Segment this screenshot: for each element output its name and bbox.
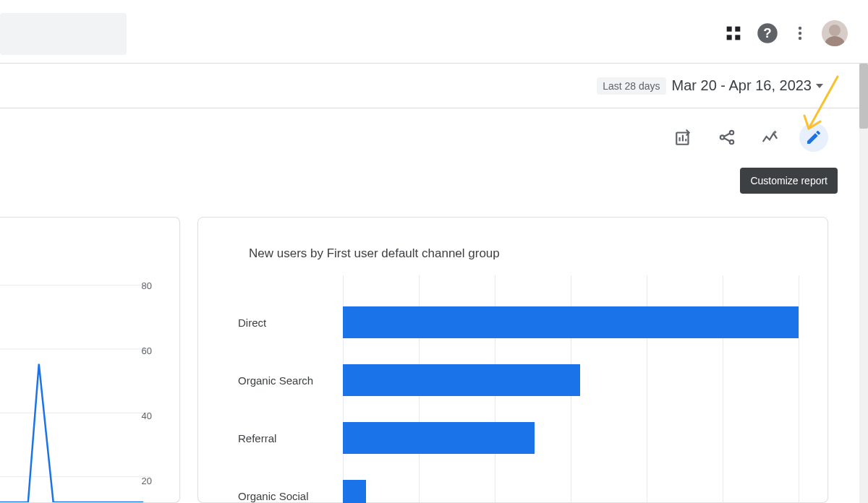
svg-point-7 [799, 32, 801, 35]
y-tick: 80 [142, 280, 152, 291]
bar-row: Organic Search [238, 362, 799, 398]
bar-fill [343, 480, 366, 503]
customize-report-tooltip: Customize report [740, 168, 838, 194]
svg-point-19 [730, 140, 733, 144]
customize-report-button[interactable] [799, 123, 828, 152]
scrollbar-thumb[interactable] [859, 64, 868, 129]
y-tick: 60 [142, 345, 152, 356]
global-header: ? [0, 0, 868, 64]
bar-chart-area: Direct Organic Search Referral Organic S… [238, 275, 799, 502]
line-chart-area: 80 60 40 20 [0, 275, 172, 502]
bar-fill [343, 364, 580, 396]
search-box-placeholder[interactable] [0, 13, 127, 55]
bar-label: Organic Search [238, 374, 343, 387]
insights-sparkle-icon[interactable] [756, 123, 785, 152]
y-tick: 40 [142, 410, 152, 421]
date-preset-chip[interactable]: Last 28 days [597, 77, 665, 95]
bar-chart-card: New users by First user default channel … [197, 217, 828, 503]
svg-rect-0 [727, 27, 732, 32]
bar-label: Direct [238, 317, 343, 329]
report-tool-row [669, 123, 828, 152]
bar-row: Organic Social [238, 478, 799, 503]
svg-point-6 [799, 27, 801, 30]
bar-label: Organic Social [238, 490, 343, 502]
svg-rect-2 [727, 35, 732, 40]
header-icon-group: ? [723, 20, 848, 46]
chevron-down-icon[interactable] [816, 84, 823, 88]
scrollbar[interactable] [859, 64, 868, 503]
report-cards-row: 80 60 40 20 New users by First user defa… [0, 217, 828, 503]
svg-rect-1 [735, 27, 740, 32]
bar-row: Direct [238, 304, 799, 340]
avatar[interactable] [822, 20, 848, 46]
svg-line-21 [724, 138, 730, 141]
bar-chart-title: New users by First user default channel … [249, 246, 500, 261]
svg-point-11 [829, 25, 841, 36]
y-tick: 20 [142, 476, 152, 486]
svg-rect-3 [735, 35, 740, 40]
help-icon[interactable]: ? [757, 22, 778, 44]
line-chart-card: 80 60 40 20 [0, 217, 180, 503]
edit-chart-icon[interactable] [669, 123, 698, 152]
date-range-bar: Last 28 days Mar 20 - Apr 16, 2023 [0, 64, 859, 108]
bar-fill [343, 422, 535, 454]
bar-fill [343, 306, 799, 338]
svg-point-8 [799, 37, 801, 40]
svg-point-18 [730, 131, 733, 134]
apps-grid-icon[interactable] [723, 23, 744, 43]
bar-label: Referral [238, 432, 343, 444]
bar-row: Referral [238, 420, 799, 456]
share-icon[interactable] [712, 123, 741, 152]
more-vert-icon[interactable] [791, 23, 809, 43]
svg-line-20 [724, 134, 730, 137]
line-chart-svg [0, 275, 172, 502]
svg-text:?: ? [763, 25, 771, 40]
svg-point-17 [720, 135, 724, 139]
date-range-label[interactable]: Mar 20 - Apr 16, 2023 [672, 77, 812, 94]
